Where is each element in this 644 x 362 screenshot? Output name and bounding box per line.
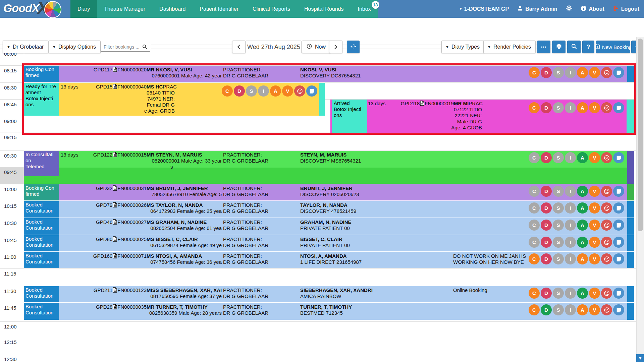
action-button-d[interactable]: D [541,102,552,113]
action-button-c[interactable]: C [529,253,540,264]
action-button-a[interactable]: A [577,67,588,78]
action-button-i[interactable]: I [565,253,576,264]
action-button-i[interactable]: I [565,186,576,197]
render-policies-dropdown[interactable]: ▼ Render Policies [483,41,536,53]
settings-button[interactable] [566,5,572,13]
action-button-c[interactable]: C [529,237,540,248]
action-button-i[interactable]: I [565,102,576,113]
refresh-button[interactable] [347,41,360,53]
action-button-d[interactable]: D [541,202,552,214]
booking-taylor[interactable]: BookedConsultationGPD79FN00000026MS TAYL… [24,201,634,218]
action-button-i[interactable]: I [565,237,576,248]
action-button-a[interactable]: A [577,220,588,231]
next-day-button[interactable] [329,41,342,53]
vertical-scrollbar[interactable] [636,37,644,362]
action-button-v[interactable]: V [589,288,600,299]
previous-day-button[interactable] [232,41,246,53]
action-button-s[interactable]: S [246,85,257,97]
action-button-v[interactable]: V [589,186,600,197]
action-button-c[interactable]: C [529,186,540,197]
time-slot-row[interactable]: 12:15 [0,337,636,354]
action-button-no-show-icon[interactable] [601,220,612,231]
action-button-no-show-icon[interactable] [601,186,612,197]
action-button-a[interactable]: A [577,253,588,264]
action-button-v[interactable]: V [589,67,600,78]
action-button-d[interactable]: D [541,304,552,315]
booking-turner[interactable]: BookedConsultationGPD28FN00000035MR TURN… [24,303,634,320]
booking-mi[interactable]: ArrivedBotox Injections13 daysGPD118FN00… [330,100,634,133]
print-button[interactable] [552,41,566,53]
time-slot-row[interactable]: 11:15 [0,268,636,286]
action-button-note-icon[interactable] [613,253,624,264]
action-button-a[interactable]: A [577,237,588,248]
action-button-v[interactable]: V [589,152,600,163]
action-button-d[interactable]: D [234,85,245,97]
action-button-d[interactable]: D [541,253,552,264]
action-button-c[interactable]: C [529,288,540,299]
nav-tab-inbox[interactable]: Inbox13 [351,0,378,18]
action-button-s[interactable]: S [553,220,564,231]
practitioner-dropdown[interactable]: ▼ Dr Grobelaar [3,41,48,53]
action-button-note-icon[interactable] [613,102,624,113]
new-booking-button[interactable]: New Booking [596,41,630,53]
action-button-note-icon[interactable] [613,288,624,299]
action-button-c[interactable]: C [529,202,540,214]
action-button-v[interactable]: V [589,304,600,315]
action-button-a[interactable]: A [577,304,588,315]
action-button-s[interactable]: S [553,202,564,214]
action-button-i[interactable]: I [565,202,576,214]
action-button-no-show-icon[interactable] [294,85,305,97]
action-button-s[interactable]: S [553,102,564,113]
action-button-a[interactable]: A [577,186,588,197]
booking-steyn[interactable]: In ConsultationTelemed13 daysGPD122FN000… [24,151,634,184]
time-slot-row[interactable]: 12:00 [0,321,636,337]
nav-tab-hospital-rounds[interactable]: Hospital Rounds [297,0,351,18]
action-button-c[interactable]: C [529,67,540,78]
booking-sieberhagen[interactable]: BookedConsultationGPD211FN00000123MISS S… [24,286,634,302]
more-actions-button[interactable]: ••• [537,41,550,53]
help-button[interactable]: ? [582,41,594,53]
action-button-note-icon[interactable] [306,85,317,97]
action-button-c[interactable]: C [529,220,540,231]
action-button-v[interactable]: V [282,85,293,97]
nav-tab-theatre-manager[interactable]: Theatre Manager [97,0,152,18]
action-button-c[interactable]: C [529,102,540,113]
about-button[interactable]: About [581,5,604,13]
action-button-d[interactable]: D [541,237,552,248]
action-button-i[interactable]: I [258,85,269,97]
action-button-s[interactable]: S [553,304,564,315]
action-button-s[interactable]: S [553,67,564,78]
action-button-s[interactable]: S [553,288,564,299]
action-button-i[interactable]: I [565,220,576,231]
action-button-c[interactable]: C [529,152,540,163]
action-button-a[interactable]: A [577,288,588,299]
scrollbar-thumb[interactable] [638,39,643,231]
nav-tab-clinical-reports[interactable]: Clinical Reports [246,0,297,18]
nav-tab-diary[interactable]: Diary [70,0,97,18]
action-button-note-icon[interactable] [613,237,624,248]
action-button-s[interactable]: S [553,152,564,163]
booking-ntosi[interactable]: BookedConsultationGPD160FN00000071MS NTO… [24,252,634,268]
action-button-i[interactable]: I [565,304,576,315]
action-button-s[interactable]: S [553,253,564,264]
date-field[interactable]: Wed 27th Aug 2025 [246,41,302,53]
action-button-note-icon[interactable] [613,152,624,163]
time-slot-row[interactable]: 12:30 [0,354,636,362]
action-button-note-icon[interactable] [613,67,624,78]
action-button-a[interactable]: A [270,85,281,97]
action-button-i[interactable]: I [565,152,576,163]
action-button-i[interactable]: I [565,67,576,78]
action-button-a[interactable]: A [577,202,588,214]
action-button-no-show-icon[interactable] [601,202,612,214]
action-button-no-show-icon[interactable] [601,288,612,299]
now-button[interactable]: Now [302,41,330,53]
booking-brumit[interactable]: Booking ConfirmedGPD32FN00000031MS BRUMI… [24,184,634,200]
action-button-note-icon[interactable] [613,220,624,231]
action-button-v[interactable]: V [589,220,600,231]
action-button-c[interactable]: C [529,304,540,315]
action-button-no-show-icon[interactable] [601,253,612,264]
diary-types-dropdown[interactable]: ▼ Diary Types [441,41,484,53]
action-button-d[interactable]: D [541,220,552,231]
action-button-a[interactable]: A [577,152,588,163]
action-button-no-show-icon[interactable] [601,152,612,163]
